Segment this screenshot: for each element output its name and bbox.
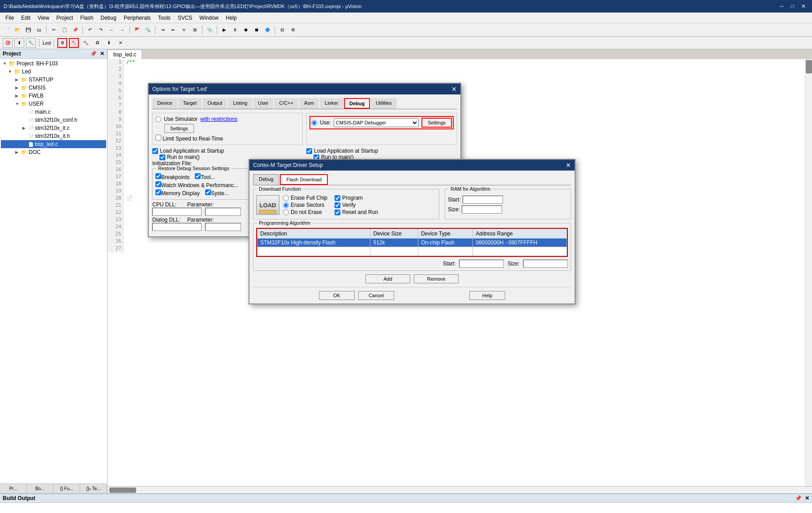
debug1-btn[interactable]: ▶ bbox=[219, 25, 229, 35]
fwd-btn[interactable]: → bbox=[117, 25, 127, 35]
tree-it-h[interactable]: 📄 stm32f10x_it.h bbox=[1, 132, 106, 140]
tab-device[interactable]: Device bbox=[152, 98, 177, 109]
table-row[interactable]: STM32F10x High-density Flash 512k On-chi… bbox=[258, 239, 567, 247]
verify-check[interactable] bbox=[335, 202, 340, 208]
menu-debug[interactable]: Debug bbox=[97, 14, 120, 22]
debug4-btn[interactable]: ⏹ bbox=[252, 25, 262, 35]
tab-asm[interactable]: Asm bbox=[299, 98, 319, 109]
menu-help[interactable]: Help bbox=[222, 14, 241, 22]
breakpoints-check[interactable] bbox=[155, 173, 161, 179]
erase-sectors-radio[interactable] bbox=[283, 202, 289, 208]
menu-flash[interactable]: Flash bbox=[77, 14, 97, 22]
sidebar-tab-fu[interactable]: {} Fu... bbox=[54, 484, 81, 493]
menu-peripherals[interactable]: Peripherals bbox=[120, 14, 155, 22]
undo-btn[interactable]: ↶ bbox=[85, 25, 95, 35]
close-icon[interactable]: ✕ bbox=[100, 51, 104, 57]
remove-button[interactable]: Remove bbox=[414, 274, 459, 283]
cancel-button[interactable]: Cancel bbox=[358, 291, 394, 300]
load-app-check-left[interactable] bbox=[152, 148, 158, 154]
tab-output[interactable]: Output bbox=[202, 98, 227, 109]
add-button[interactable]: Add bbox=[365, 274, 410, 283]
cortex-tab-flash[interactable]: Flash Download bbox=[280, 174, 328, 185]
algo-start-input[interactable]: 0x08000000 bbox=[459, 260, 504, 268]
cortex-close-button[interactable]: ✕ bbox=[566, 162, 571, 169]
options-btn[interactable]: ⚙ bbox=[57, 38, 67, 48]
open-btn[interactable]: 📂 bbox=[13, 25, 22, 35]
tool-check[interactable] bbox=[195, 173, 201, 179]
tree-led[interactable]: ▼ 📁 Led bbox=[1, 68, 106, 76]
with-restrictions-link[interactable]: with restrictions bbox=[200, 116, 237, 122]
save-all-btn[interactable]: 🗂 bbox=[34, 25, 44, 35]
tab-target[interactable]: Target bbox=[178, 98, 202, 109]
stop-build-btn[interactable]: ✕ bbox=[116, 38, 125, 48]
minimize-button[interactable]: ─ bbox=[777, 2, 786, 10]
new-file-btn[interactable]: 📄 bbox=[2, 25, 12, 35]
debug2-btn[interactable]: ⏸ bbox=[230, 25, 240, 35]
outdent-btn[interactable]: ⇤ bbox=[168, 25, 178, 35]
menu-file[interactable]: File bbox=[2, 14, 17, 22]
close-window-button[interactable]: ✕ bbox=[799, 2, 808, 10]
debugger-settings-btn[interactable]: Settings bbox=[421, 118, 452, 128]
use-debugger-radio[interactable] bbox=[311, 120, 317, 126]
menu-window[interactable]: Window bbox=[196, 14, 222, 22]
erase-full-radio[interactable] bbox=[283, 195, 289, 201]
maximize-button[interactable]: □ bbox=[788, 2, 797, 10]
sidebar-tab-pr[interactable]: Pr... bbox=[0, 484, 27, 493]
editor-scrollbar[interactable] bbox=[805, 59, 812, 486]
toggle-btn[interactable]: ≡ bbox=[179, 25, 189, 35]
insert-btn[interactable]: 📎 bbox=[205, 25, 215, 35]
load-app-check-right[interactable] bbox=[306, 148, 312, 154]
dbg-opt-btn[interactable]: 🔧 bbox=[69, 38, 79, 48]
options-close-button[interactable]: ✕ bbox=[451, 86, 457, 93]
debugger-select[interactable]: CMSIS-DAP Debugger bbox=[334, 118, 419, 127]
indent-btn[interactable]: ⇥ bbox=[158, 25, 168, 35]
nav-btn[interactable]: 🔍 bbox=[143, 25, 153, 35]
menu-project[interactable]: Project bbox=[53, 14, 77, 22]
tree-fwlb[interactable]: ▶ 📁 FWLB bbox=[1, 92, 106, 100]
debug5-btn[interactable]: 🔷 bbox=[262, 25, 272, 35]
cut-btn[interactable]: ✂ bbox=[49, 25, 59, 35]
cpu-dll-input[interactable]: SARMCM3.DLL bbox=[152, 208, 202, 216]
save-btn[interactable]: 💾 bbox=[23, 25, 33, 35]
help-button[interactable]: Help bbox=[469, 291, 505, 300]
ram-start-input[interactable]: 0x20000000 bbox=[463, 196, 503, 204]
load-btn[interactable]: ⬇ bbox=[14, 38, 24, 48]
tree-cmsis[interactable]: ▶ 📁 CMSIS bbox=[1, 84, 106, 92]
cpu-param-input[interactable]: -REMAP bbox=[205, 208, 241, 216]
rebuild-btn[interactable]: ♻ bbox=[92, 38, 102, 48]
redo-btn[interactable]: ↷ bbox=[96, 25, 106, 35]
dialog-dll-input[interactable]: DCM.DLL bbox=[152, 223, 202, 231]
algo-size-input[interactable]: 0x00080000 bbox=[523, 260, 568, 268]
dialog-param-input[interactable]: pCM3 bbox=[205, 223, 241, 231]
build-btn[interactable]: 🔨 bbox=[81, 38, 90, 48]
tree-user[interactable]: ▼ 📁 USER bbox=[1, 100, 106, 108]
reset-run-check[interactable] bbox=[335, 209, 340, 215]
run-main-check-left[interactable] bbox=[159, 154, 165, 160]
menu-tools[interactable]: Tools bbox=[155, 14, 174, 22]
ram-size-input[interactable]: 0x1000 bbox=[462, 205, 502, 214]
cortex-tab-debug[interactable]: Debug bbox=[253, 174, 279, 185]
tree-bsp[interactable]: 📄 bsp_led.c bbox=[1, 140, 106, 148]
use-simulator-radio[interactable] bbox=[155, 116, 161, 122]
build-close-icon[interactable]: ✕ bbox=[805, 495, 809, 501]
tree-mainc[interactable]: 📄 main.c bbox=[1, 108, 106, 116]
tree-doc[interactable]: ▶ 📁 DOC bbox=[1, 148, 106, 156]
menu-edit[interactable]: Edit bbox=[17, 14, 34, 22]
tree-root[interactable]: ▼ 📁 Project: BH-F103 bbox=[1, 60, 106, 68]
tree-conf[interactable]: 📄 stm32f10x_conf.h bbox=[1, 116, 106, 124]
program-check[interactable] bbox=[335, 195, 340, 201]
bookmark-btn[interactable]: 🚩 bbox=[132, 25, 142, 35]
expand-btn[interactable]: ⊞ bbox=[190, 25, 200, 35]
flash-download-btn[interactable]: ⬇ bbox=[104, 38, 114, 48]
debug3-btn[interactable]: ⏺ bbox=[241, 25, 251, 35]
sidebar-tab-te[interactable]: {}₀ Te... bbox=[80, 484, 107, 493]
tab-debug[interactable]: Debug bbox=[344, 98, 370, 109]
copy-btn[interactable]: 📋 bbox=[60, 25, 69, 35]
paste-btn[interactable]: 📌 bbox=[70, 25, 80, 35]
ok-button[interactable]: OK bbox=[319, 291, 355, 300]
back-btn[interactable]: ← bbox=[107, 25, 116, 35]
sys-check[interactable] bbox=[205, 189, 211, 195]
editor-tab-bsp[interactable]: bsp_led.c bbox=[107, 50, 142, 59]
tab-utilities[interactable]: Utilities bbox=[371, 98, 396, 109]
tree-startup[interactable]: ▶ 📁 STARTUP bbox=[1, 76, 106, 84]
